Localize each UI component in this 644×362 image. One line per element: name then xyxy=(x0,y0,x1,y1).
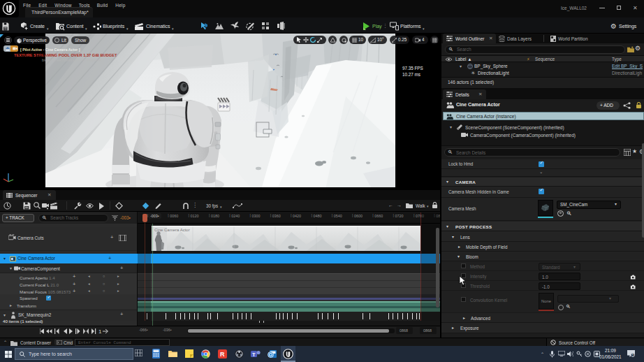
svg-text:1: 1 xyxy=(98,328,102,335)
svg-text:T: T xyxy=(252,351,256,357)
svg-text:Cine Camera Actor: Cine Camera Actor xyxy=(154,228,190,232)
svg-text:R: R xyxy=(220,351,225,358)
